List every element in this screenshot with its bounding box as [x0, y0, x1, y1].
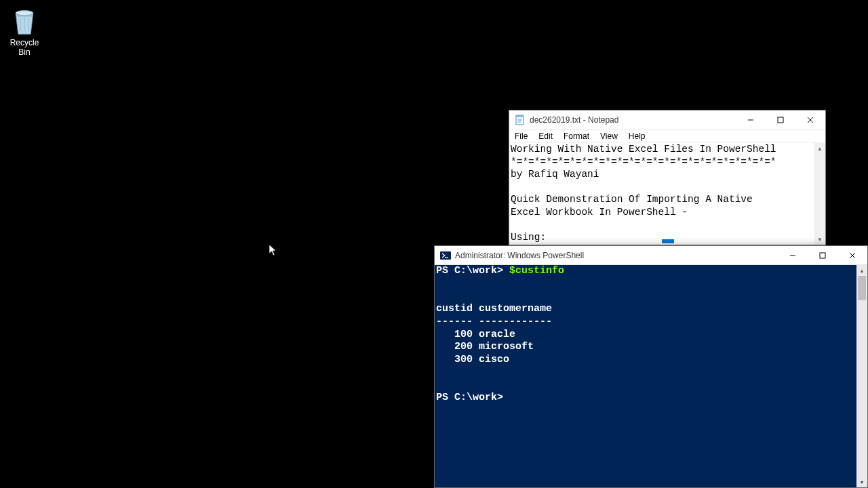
powershell-title: Administrator: Windows PowerShell [455, 251, 778, 260]
minimize-button[interactable] [736, 110, 766, 129]
text-selection [662, 239, 674, 243]
maximize-button[interactable] [808, 246, 837, 265]
maximize-button[interactable] [766, 110, 795, 129]
recycle-bin-icon[interactable]: Recycle Bin [4, 7, 45, 57]
menu-file[interactable]: File [509, 129, 533, 142]
notepad-scrollbar[interactable]: ▲ ▼ [814, 143, 825, 245]
powershell-scrollbar[interactable]: ▴ ▾ [856, 265, 867, 487]
scroll-down-icon[interactable]: ▾ [856, 476, 867, 487]
scrollbar-thumb[interactable] [858, 276, 866, 300]
ps-output-row: 100 oracle [436, 329, 515, 340]
notepad-titlebar[interactable]: dec262019.txt - Notepad [509, 110, 825, 129]
scroll-up-icon[interactable]: ▲ [814, 143, 825, 154]
recycle-bin-label: Recycle Bin [4, 38, 45, 57]
menu-view[interactable]: View [595, 129, 623, 142]
svg-rect-5 [516, 115, 524, 117]
svg-rect-16 [820, 253, 825, 258]
svg-rect-10 [778, 117, 783, 123]
menu-help[interactable]: Help [623, 129, 651, 142]
powershell-window: Administrator: Windows PowerShell PS C:\… [434, 245, 868, 488]
powershell-titlebar[interactable]: Administrator: Windows PowerShell [435, 246, 867, 265]
ps-prompt: PS C:\work> [436, 265, 509, 277]
notepad-window: dec262019.txt - Notepad File Edit Format… [509, 110, 826, 245]
powershell-terminal[interactable]: PS C:\work> $custinfo custid customernam… [435, 265, 856, 487]
close-button[interactable] [837, 246, 867, 265]
svg-point-0 [16, 11, 33, 16]
mouse-cursor-icon [269, 244, 278, 256]
scroll-down-icon[interactable]: ▼ [814, 234, 825, 245]
close-button[interactable] [795, 110, 825, 129]
notepad-icon [515, 115, 526, 125]
notepad-title: dec262019.txt - Notepad [530, 115, 736, 125]
menu-format[interactable]: Format [558, 129, 595, 142]
ps-prompt: PS C:\work> [436, 392, 503, 403]
trash-icon [9, 7, 39, 37]
powershell-icon [440, 250, 451, 261]
notepad-menubar: File Edit Format View Help [509, 129, 825, 143]
ps-output-separator: ------ ------------ [436, 316, 552, 327]
notepad-textarea[interactable]: Working With Native Excel Files In Power… [509, 143, 814, 245]
minimize-button[interactable] [778, 246, 808, 265]
scroll-up-icon[interactable]: ▴ [856, 265, 867, 276]
ps-output-header: custid customername [436, 303, 552, 314]
ps-command: $custinfo [509, 265, 564, 277]
ps-output-row: 300 cisco [436, 354, 509, 365]
ps-output-row: 200 microsoft [436, 341, 534, 352]
menu-edit[interactable]: Edit [533, 129, 558, 142]
